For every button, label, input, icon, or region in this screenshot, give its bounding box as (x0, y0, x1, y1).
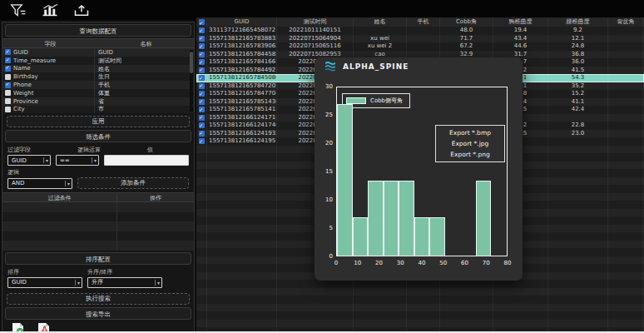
cell-phone (407, 27, 440, 35)
field-row[interactable]: Weight体重 (2, 89, 194, 97)
field-row[interactable]: Province省 (2, 97, 194, 106)
y-axis-tick-label: 25 (316, 112, 333, 118)
row-checkbox[interactable] (199, 75, 205, 81)
field-row[interactable]: Birthday生日 (2, 72, 194, 81)
conditions-table-header: 过滤条件 操作 (2, 192, 194, 202)
row-checkbox[interactable] (199, 36, 205, 42)
cell-pelvis (608, 58, 644, 67)
row-checkbox[interactable] (199, 138, 205, 144)
field-name: 测试时间 (94, 57, 194, 65)
field-row[interactable]: Name姓名 (2, 65, 194, 73)
row-checkbox[interactable] (5, 90, 11, 96)
column-header[interactable]: Cobb角 (440, 17, 493, 27)
row-checkbox[interactable] (199, 131, 205, 137)
field-code: Time_measure (11, 57, 94, 64)
field-row[interactable]: GUIDGUID (2, 48, 194, 57)
column-header[interactable]: 腰椎曲度 (548, 17, 608, 27)
row-checkbox[interactable] (199, 115, 205, 121)
results-table-header: GUID测试时间姓名手机Cobb角胸椎曲度腰椎曲度骨盆角 (196, 17, 644, 27)
export-menu-item[interactable]: Export *.png (436, 149, 504, 160)
application-window: 查询数据配置 字段 名称 GUIDGUIDTime_measure测试时间Nam… (0, 0, 644, 333)
table-row[interactable]: 155713812165783883220220715064904xu wei7… (196, 35, 644, 43)
cell-lumbar: 12.1 (548, 35, 608, 43)
field-row[interactable]: Phone手机 (2, 81, 194, 89)
cell-pelvis (608, 137, 644, 146)
row-checkbox[interactable] (199, 19, 205, 25)
row-checkbox[interactable] (199, 99, 205, 105)
x-axis-tick-label: 60 (461, 260, 468, 266)
row-checkbox[interactable] (199, 122, 205, 128)
row-checkbox[interactable] (5, 107, 11, 112)
cell-pelvis (608, 74, 644, 82)
condition-row (2, 212, 194, 222)
column-header[interactable]: 胸椎曲度 (493, 17, 548, 27)
row-checkbox[interactable] (5, 49, 11, 55)
export-context-menu: Export *.bmpExport *.jpgExport *.png (435, 125, 505, 162)
histogram-bar (429, 217, 445, 256)
export-excel-icon[interactable] (11, 323, 25, 333)
field-code: Name (11, 65, 94, 72)
filter-op-select[interactable]: ==▾ (56, 155, 99, 166)
column-header[interactable]: GUID (207, 17, 277, 27)
x-axis-tick-label: 80 (504, 260, 512, 266)
table-row[interactable]: 3311371216654580722022101114015148.019.4… (196, 27, 644, 35)
export-menu-item[interactable]: Export *.jpg (436, 138, 504, 149)
filter-icon[interactable] (8, 2, 28, 17)
filter-field-select[interactable]: GUID▾ (7, 155, 51, 166)
filter-value-input[interactable] (104, 155, 189, 166)
row-checkbox[interactable] (199, 91, 205, 97)
field-row[interactable]: Time_measure测试时间 (2, 57, 194, 65)
logic-select[interactable]: AND▾ (7, 178, 72, 189)
x-axis-tick-label: 50 (439, 260, 447, 266)
cell-guid: 1557138121657847704 (207, 90, 277, 98)
x-axis-tick-label: 0 (334, 260, 338, 266)
cell-time: 20221011140151 (277, 27, 354, 35)
row-checkbox[interactable] (5, 98, 11, 104)
cell-pelvis (608, 114, 644, 122)
export-upload-icon[interactable] (72, 2, 92, 17)
x-axis-tick-label: 10 (354, 260, 361, 266)
field-row[interactable]: City市 (2, 106, 194, 114)
table-row[interactable]: 155713812165783906220220715065116xu wei … (196, 42, 644, 51)
dialog-title: ALPHA_SPINE (343, 62, 409, 71)
dialog-titlebar[interactable]: ALPHA_SPINE (315, 57, 523, 76)
field-name: 姓名 (94, 65, 194, 73)
export-menu-item[interactable]: Export *.bmp (436, 127, 504, 138)
statistics-chart-icon[interactable] (40, 2, 60, 17)
cond-col-action: 操作 (117, 193, 194, 201)
row-checkbox[interactable] (5, 57, 11, 63)
column-header[interactable]: 骨盆角 (608, 17, 644, 27)
row-checkbox[interactable] (199, 52, 205, 57)
sort-field-select[interactable]: GUID▾ (7, 277, 82, 288)
row-checkbox[interactable] (5, 66, 11, 72)
apply-button[interactable]: 应用 (7, 116, 190, 127)
column-header[interactable]: 手机 (407, 17, 440, 27)
sort-order-select[interactable]: 升序▾ (87, 277, 162, 288)
row-checkbox[interactable] (5, 82, 11, 88)
alpha-spine-dialog: ALPHA_SPINE 051015202530 Cobb侧弯角 0102030… (315, 57, 523, 281)
field-code: Weight (11, 90, 94, 97)
cell-guid: 1557138121661241740 (207, 122, 277, 130)
column-header[interactable]: 姓名 (354, 17, 407, 27)
cell-thoracic: 43.4 (493, 35, 548, 43)
row-checkbox[interactable] (199, 43, 205, 49)
fields-scrollbar[interactable] (190, 50, 193, 112)
cell-name (354, 27, 407, 35)
row-checkbox[interactable] (199, 67, 205, 73)
export-pdf-icon[interactable] (37, 323, 51, 333)
row-checkbox[interactable] (199, 107, 205, 112)
histogram-bar (337, 104, 353, 256)
row-checkbox[interactable] (199, 27, 205, 33)
chevron-down-icon: ▾ (65, 181, 70, 186)
execute-search-button[interactable]: 执行搜索 (7, 293, 190, 305)
row-checkbox[interactable] (5, 74, 11, 80)
cell-lumbar: 42.4 (548, 106, 608, 114)
row-checkbox[interactable] (199, 83, 205, 89)
histogram-bar (476, 181, 492, 256)
condition-row (2, 241, 194, 251)
add-condition-button[interactable]: 添加条件 (77, 177, 189, 189)
chevron-down-icon: ▾ (155, 280, 160, 286)
field-code: GUID (11, 49, 94, 56)
column-header[interactable]: 测试时间 (277, 17, 354, 27)
row-checkbox[interactable] (199, 59, 205, 65)
